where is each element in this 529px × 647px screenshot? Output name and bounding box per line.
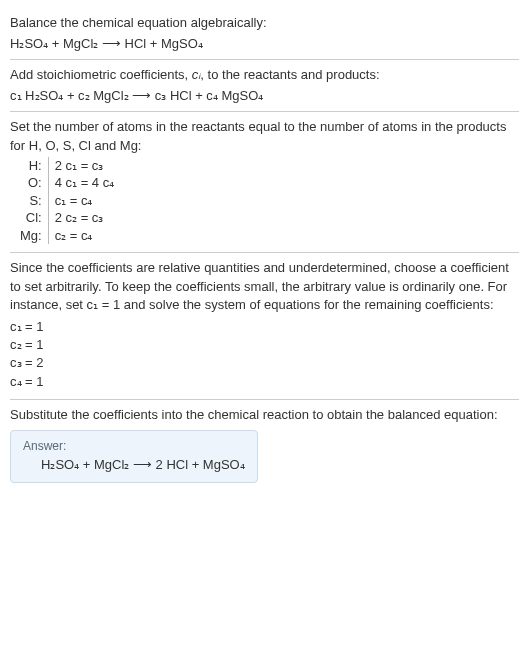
atom-element: Cl: (16, 209, 48, 227)
unbalanced-equation: H₂SO₄ + MgCl₂ ⟶ HCl + MgSO₄ (10, 36, 519, 51)
solved-values: c₁ = 1 c₂ = 1 c₃ = 2 c₄ = 1 (10, 318, 519, 391)
coeff-intro-b: , to the reactants and products: (200, 67, 379, 82)
atom-table: H: 2 c₁ = c₃ O: 4 c₁ = 4 c₄ S: c₁ = c₄ C… (16, 157, 118, 245)
coeff-equation: c₁ H₂SO₄ + c₂ MgCl₂ ⟶ c₃ HCl + c₄ MgSO₄ (10, 88, 519, 103)
atom-element: H: (16, 157, 48, 175)
atom-intro: Set the number of atoms in the reactants… (10, 118, 519, 154)
atom-equation: c₂ = c₄ (48, 227, 118, 245)
section-prompt: Balance the chemical equation algebraica… (10, 8, 519, 59)
solve-intro: Since the coefficients are relative quan… (10, 259, 519, 314)
answer-box: Answer: H₂SO₄ + MgCl₂ ⟶ 2 HCl + MgSO₄ (10, 430, 258, 483)
section-solve: Since the coefficients are relative quan… (10, 253, 519, 398)
atom-row: Mg: c₂ = c₄ (16, 227, 118, 245)
atom-element: Mg: (16, 227, 48, 245)
atom-row: O: 4 c₁ = 4 c₄ (16, 174, 118, 192)
coeff-intro-a: Add stoichiometric coefficients, (10, 67, 192, 82)
answer-intro: Substitute the coefficients into the che… (10, 406, 519, 424)
solved-line: c₁ = 1 (10, 318, 519, 336)
atom-equation: 4 c₁ = 4 c₄ (48, 174, 118, 192)
atom-equation: c₁ = c₄ (48, 192, 118, 210)
atom-element: S: (16, 192, 48, 210)
atom-row: Cl: 2 c₂ = c₃ (16, 209, 118, 227)
prompt-title: Balance the chemical equation algebraica… (10, 14, 519, 32)
balanced-equation: H₂SO₄ + MgCl₂ ⟶ 2 HCl + MgSO₄ (23, 457, 245, 472)
section-add-coefficients: Add stoichiometric coefficients, cᵢ, to … (10, 60, 519, 111)
atom-equation: 2 c₂ = c₃ (48, 209, 118, 227)
atom-row: S: c₁ = c₄ (16, 192, 118, 210)
section-atom-balance: Set the number of atoms in the reactants… (10, 112, 519, 252)
atom-equation: 2 c₁ = c₃ (48, 157, 118, 175)
coeff-intro: Add stoichiometric coefficients, cᵢ, to … (10, 66, 519, 84)
solved-line: c₄ = 1 (10, 373, 519, 391)
solved-line: c₂ = 1 (10, 336, 519, 354)
atom-row: H: 2 c₁ = c₃ (16, 157, 118, 175)
answer-label: Answer: (23, 439, 245, 453)
atom-element: O: (16, 174, 48, 192)
section-answer: Substitute the coefficients into the che… (10, 400, 519, 491)
solved-line: c₃ = 2 (10, 354, 519, 372)
